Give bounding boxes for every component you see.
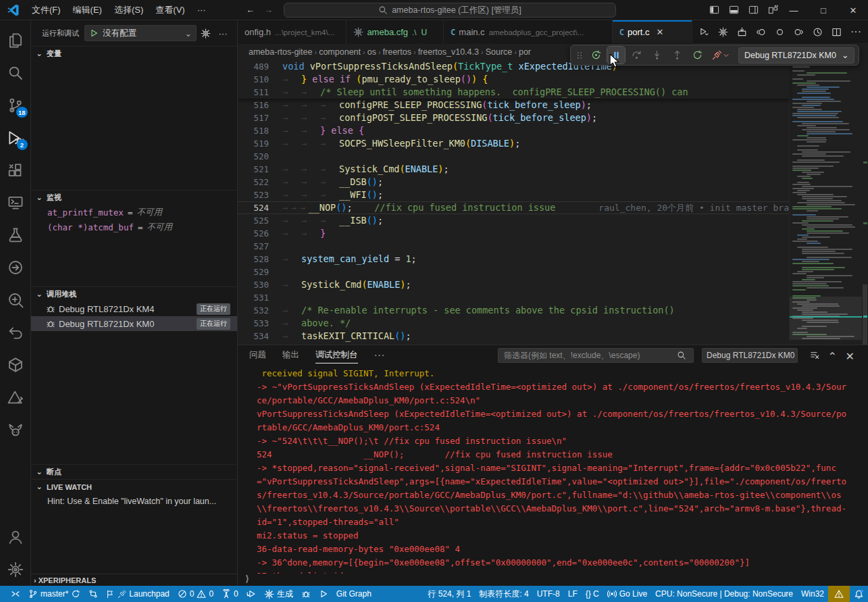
editor-tab-amebacfg[interactable]: ameba.cfg.\U <box>347 20 444 44</box>
code-line-516[interactable]: 516→→→configPRE_SLEEP_PROCESSING(tick_be… <box>238 99 789 111</box>
status-cursor-position[interactable]: 行 524, 列 1 <box>424 586 475 602</box>
code-line-523[interactable]: 523→→→__WFI(); <box>238 189 789 201</box>
activity-eide-moose-icon[interactable] <box>0 413 31 446</box>
status-debug-start-status[interactable] <box>242 586 260 602</box>
panel-tab-2[interactable]: 调试控制台 <box>315 345 358 366</box>
toolbar-grip-icon[interactable] <box>575 51 584 60</box>
activity-commit-search-icon[interactable] <box>0 284 31 316</box>
status-build-task-status[interactable]: 生成 <box>260 586 297 602</box>
nav-next-change-icon[interactable] <box>794 27 804 37</box>
callstack-session[interactable]: Debug RTL8721Dx KM4正在运行 <box>31 301 237 316</box>
nav-prev-change-icon[interactable] <box>756 27 766 37</box>
status-warning-badge[interactable] <box>828 586 850 602</box>
code-line-525[interactable]: 525→→→__ISB(); <box>238 214 789 227</box>
nav-forward-icon[interactable]: → <box>264 5 273 15</box>
status-run-status[interactable] <box>315 586 332 602</box>
code-line-527[interactable]: 527 <box>238 240 789 253</box>
restart-icon[interactable] <box>688 47 706 64</box>
toggle-sidebar-icon[interactable] <box>709 5 719 15</box>
status-encoding-status[interactable]: UTF-8 <box>533 586 564 602</box>
status-language-mode[interactable]: {} C <box>582 586 603 602</box>
settings-gear-icon[interactable] <box>718 27 728 37</box>
status-git-graph-status[interactable]: Git Graph <box>332 586 376 602</box>
clear-console-icon[interactable] <box>810 350 819 359</box>
code-line-530[interactable]: 530→Systick_Cmd(ENABLE); <box>238 278 789 291</box>
disconnect-icon[interactable] <box>709 47 733 64</box>
status-notifications-bell[interactable] <box>850 586 868 602</box>
debug-settings-gear-icon[interactable] <box>197 28 214 39</box>
panel-tab-0[interactable]: 问题 <box>249 345 266 366</box>
editor-tab-onfigh[interactable]: onfig.h...\project_km4\... <box>238 20 347 44</box>
customize-layout-icon[interactable] <box>768 5 778 15</box>
code-line-529[interactable]: 529 <box>238 266 789 278</box>
menu-item-1[interactable]: 编辑(E) <box>67 5 108 15</box>
gitlens-icon[interactable] <box>813 27 823 37</box>
editor-tab-mainc[interactable]: Cmain.camebadplus_gcc_project\... <box>444 20 613 44</box>
code-line-519[interactable]: 519→→→SOCPS_HWSleepFilter_KM0(DISABLE); <box>238 137 789 150</box>
code-line-533[interactable]: 533→above. */ <box>238 317 789 330</box>
status-launchpad-status[interactable]: Launchpad <box>102 586 173 602</box>
minimap[interactable] <box>789 60 862 345</box>
status-git-compare-status[interactable] <box>84 586 102 602</box>
more-actions-icon[interactable]: ··· <box>214 28 232 39</box>
maximize-panel-icon[interactable]: ⌃ <box>828 350 837 363</box>
install-icon[interactable] <box>737 27 747 37</box>
menu-item-3[interactable]: 查看(V) <box>149 5 190 15</box>
status-antenna-status[interactable]: 0 <box>218 586 242 602</box>
breadcrumb-item[interactable]: freertos_v10.4.3 <box>418 47 479 57</box>
minimap-viewport[interactable] <box>790 297 862 340</box>
code-line-511[interactable]: 511→→/* Sleep until something happens. c… <box>238 86 789 99</box>
activity-run-debug-icon[interactable]: 2 <box>0 122 31 154</box>
close-panel-icon[interactable]: ✕ <box>846 350 854 363</box>
step-over-icon[interactable] <box>628 47 645 64</box>
close-button[interactable]: ✕ <box>838 0 868 20</box>
breadcrumb-item[interactable]: por <box>519 47 531 57</box>
start-debug-icon[interactable] <box>85 28 103 38</box>
status-bug-status[interactable] <box>297 586 315 602</box>
close-tab-icon[interactable]: ✕ <box>657 27 664 37</box>
toggle-secondary-sidebar-icon[interactable] <box>748 5 759 15</box>
vertical-scrollbar[interactable] <box>862 60 868 345</box>
toggle-panel-icon[interactable] <box>729 5 739 15</box>
section-xperipherals[interactable]: › XPERIPHERALS <box>31 574 237 586</box>
code-line-526[interactable]: 526→→} <box>238 227 789 240</box>
code-line-517[interactable]: 517→→→configPOST_SLEEP_PROCESSING(tick_b… <box>238 111 789 124</box>
code-line-520[interactable]: 520 <box>238 150 789 163</box>
breadcrumb-item[interactable]: component <box>319 47 361 57</box>
code-editor[interactable]: 489void vPortSuppressTicksAndSleep(TickT… <box>238 60 868 345</box>
run-file-icon[interactable] <box>699 27 709 37</box>
status-problems-status[interactable]: 00 <box>174 586 218 602</box>
step-into-icon[interactable] <box>648 47 665 64</box>
activity-extensions-icon[interactable] <box>0 154 31 186</box>
reset-icon[interactable] <box>587 47 605 64</box>
maximize-button[interactable]: □ <box>809 0 838 20</box>
activity-package-icon[interactable] <box>0 349 31 381</box>
debug-session-select[interactable]: Debug RTL8721Dx KM0 ⌄ <box>702 348 798 363</box>
section-variables[interactable]: ⌄ 变量 <box>31 46 237 61</box>
activity-remote-explorer-icon[interactable] <box>0 186 31 219</box>
code-line-532[interactable]: 532→/* Re-enable interrupts - see commen… <box>238 304 789 317</box>
code-line-518[interactable]: 518→→} else { <box>238 124 789 137</box>
watch-item[interactable]: at_printf_mutex=不可用 <box>31 205 237 220</box>
activity-account-icon[interactable] <box>0 521 31 553</box>
status-indentation-status[interactable]: 制表符长度: 4 <box>475 586 532 602</box>
code-line-521[interactable]: 521→→→Systick_Cmd(ENABLE); <box>238 163 789 176</box>
editor-tab-portc[interactable]: Cport.c✕ <box>613 20 692 44</box>
activity-testing-icon[interactable] <box>0 219 31 251</box>
menu-item-2[interactable]: 选择(S) <box>108 5 149 15</box>
callstack-session[interactable]: Debug RTL8721Dx KM0正在运行 <box>31 316 237 331</box>
minimize-button[interactable]: — <box>779 0 809 20</box>
watch-item[interactable]: (char *)atcmd_buf=不可用 <box>31 220 237 234</box>
code-line-524[interactable]: 524→→→__NOP(); //fix cpu fused instructi… <box>238 201 789 214</box>
breadcrumb-item[interactable]: freertos <box>383 47 411 57</box>
step-out-icon[interactable] <box>668 47 686 64</box>
menu-item-4[interactable]: ··· <box>191 5 212 15</box>
code-line-531[interactable]: 531 <box>238 291 789 304</box>
activity-doxygen-icon[interactable] <box>0 381 31 413</box>
section-callstack[interactable]: ⌄ 调用堆栈 <box>31 286 237 301</box>
console-input-prompt[interactable]: ⟩ <box>238 574 868 586</box>
code-line-510[interactable]: 510→} else if (pmu_ready_to_sleep()) { <box>238 73 789 86</box>
activity-manage-gear-icon[interactable] <box>0 553 31 586</box>
activity-explorer-icon[interactable] <box>0 24 31 57</box>
split-editor-icon[interactable] <box>832 27 842 37</box>
